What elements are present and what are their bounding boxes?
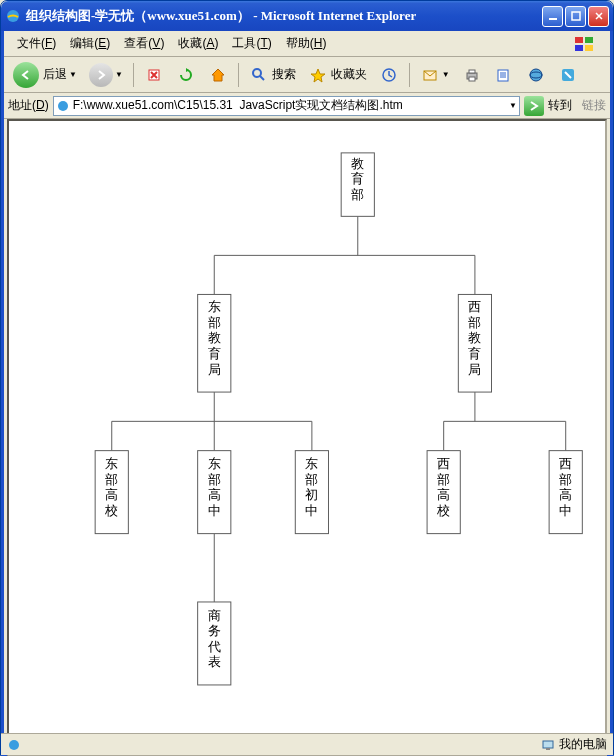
svg-text:东部教育局: 东部教育局: [208, 300, 221, 376]
status-zone: 我的电脑: [559, 736, 607, 753]
search-button[interactable]: 搜索: [244, 61, 301, 89]
maximize-button[interactable]: [565, 6, 586, 27]
svg-point-15: [530, 69, 542, 81]
svg-text:西部高校: 西部高校: [436, 457, 450, 518]
messenger-button[interactable]: [553, 61, 583, 89]
mail-button[interactable]: ▼: [415, 61, 455, 89]
close-button[interactable]: [588, 6, 609, 27]
menu-help[interactable]: 帮助(H): [279, 32, 334, 55]
computer-icon: [541, 738, 555, 752]
svg-rect-4: [585, 37, 593, 43]
svg-rect-1: [549, 18, 557, 20]
history-button[interactable]: [374, 61, 404, 89]
svg-rect-2: [572, 12, 580, 20]
org-chart: 教育部 东部教育局 西部教育局 东部高校 东部高中 东部初中 西部高校 西部高中…: [19, 131, 595, 741]
ie-page-icon: [56, 99, 70, 113]
back-button[interactable]: 后退▼: [8, 61, 82, 89]
svg-rect-5: [575, 45, 583, 51]
svg-rect-13: [469, 77, 475, 81]
links-label[interactable]: 链接: [582, 97, 606, 114]
print-button[interactable]: [457, 61, 487, 89]
svg-text:教育部: 教育部: [351, 157, 364, 202]
svg-text:西部高中: 西部高中: [559, 457, 572, 518]
addressbar: 地址(D) ▼ 转到 链接: [4, 93, 610, 119]
titlebar: 组织结构图-学无忧（www.xue51.com） - Microsoft Int…: [1, 1, 613, 31]
content-area: 教育部 东部教育局 西部教育局 东部高校 东部高中 东部初中 西部高校 西部高中…: [7, 119, 607, 756]
forward-button[interactable]: ▼: [84, 61, 128, 89]
svg-rect-6: [585, 45, 593, 51]
svg-rect-3: [575, 37, 583, 43]
svg-text:东部初中: 东部初中: [305, 457, 318, 518]
stop-button[interactable]: [139, 61, 169, 89]
svg-rect-38: [543, 741, 553, 748]
statusbar: 我的电脑: [1, 733, 613, 755]
menu-view[interactable]: 查看(V): [117, 32, 171, 55]
window-title: 组织结构图-学无忧（www.xue51.com） - Microsoft Int…: [26, 7, 542, 25]
svg-text:商务代表: 商务代表: [207, 609, 221, 670]
svg-text:西部教育局: 西部教育局: [468, 300, 481, 376]
go-label: 转到: [548, 97, 572, 114]
svg-point-8: [253, 69, 261, 77]
home-button[interactable]: [203, 61, 233, 89]
refresh-button[interactable]: [171, 61, 201, 89]
ie-icon: [5, 8, 21, 24]
menu-file[interactable]: 文件(F): [10, 32, 63, 55]
globe-button[interactable]: [521, 61, 551, 89]
windows-logo-icon: [566, 31, 604, 57]
favorites-button[interactable]: 收藏夹: [303, 61, 372, 89]
svg-rect-39: [546, 748, 550, 750]
svg-point-37: [9, 740, 19, 750]
ie-status-icon: [7, 738, 21, 752]
menu-edit[interactable]: 编辑(E): [63, 32, 117, 55]
menu-favorites[interactable]: 收藏(A): [171, 32, 225, 55]
svg-text:东部高校: 东部高校: [104, 457, 118, 518]
address-label: 地址(D): [8, 97, 49, 114]
svg-text:东部高中: 东部高中: [208, 457, 221, 518]
go-button[interactable]: [524, 96, 544, 116]
address-input[interactable]: [73, 99, 507, 113]
menubar: 文件(F) 编辑(E) 查看(V) 收藏(A) 工具(T) 帮助(H): [4, 31, 610, 57]
address-dropdown[interactable]: ▼: [509, 101, 517, 110]
svg-point-18: [58, 101, 68, 111]
toolbar: 后退▼ ▼ 搜索 收藏夹 ▼: [4, 57, 610, 93]
menu-tools[interactable]: 工具(T): [225, 32, 278, 55]
edit-button[interactable]: [489, 61, 519, 89]
svg-rect-12: [469, 70, 475, 73]
minimize-button[interactable]: [542, 6, 563, 27]
